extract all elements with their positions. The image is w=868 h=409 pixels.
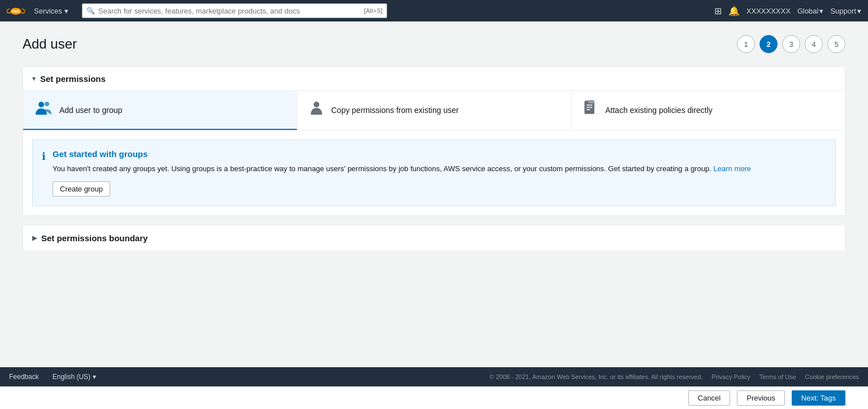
copyright-text: © 2008 - 2021, Amazon Web Services, Inc.… xyxy=(489,373,702,380)
language-arrow-icon: ▾ xyxy=(93,373,96,381)
method-copy-permissions-label: Copy permissions from existing user xyxy=(331,106,459,115)
page-title: Add user xyxy=(23,36,77,52)
method-copy-permissions[interactable]: Copy permissions from existing user xyxy=(297,91,571,130)
info-icon: ℹ xyxy=(42,150,46,197)
search-shortcut: [Alt+S] xyxy=(364,7,383,14)
console-home-icon[interactable]: ⊞ xyxy=(714,6,722,16)
feedback-link[interactable]: Feedback xyxy=(9,373,39,381)
set-permissions-title: Set permissions xyxy=(40,74,106,84)
method-add-to-group-label: Add user to group xyxy=(59,106,122,115)
nav-right: ⊞ 🔔 XXXXXXXXX Global ▾ Support ▾ xyxy=(714,6,861,16)
feedback-bar: Feedback English (US) ▾ © 2008 - 2021, A… xyxy=(0,367,868,386)
chevron-right-icon: ▶ xyxy=(32,234,37,242)
svg-point-2 xyxy=(45,102,49,106)
step-5: 5 xyxy=(827,35,845,53)
copyright-section: © 2008 - 2021, Amazon Web Services, Inc.… xyxy=(489,373,859,380)
top-navigation: aws Services ▾ 🔍 [Alt+S] ⊞ 🔔 XXXXXXXXX G… xyxy=(0,0,868,21)
groups-panel-content: Get started with groups You haven't crea… xyxy=(53,149,751,197)
language-label: English (US) xyxy=(53,373,90,381)
terms-of-use-link[interactable]: Terms of Use xyxy=(760,373,796,380)
create-group-button[interactable]: Create group xyxy=(53,181,110,197)
groups-panel-text: You haven't created any groups yet. Usin… xyxy=(53,163,751,175)
step-indicators: 1 2 3 4 5 xyxy=(737,35,845,53)
region-menu[interactable]: Global ▾ xyxy=(797,7,824,15)
permissions-boundary-section[interactable]: ▶ Set permissions boundary xyxy=(23,225,845,251)
services-arrow-icon: ▾ xyxy=(64,7,68,15)
support-label: Support xyxy=(830,7,856,15)
privacy-policy-link[interactable]: Privacy Policy xyxy=(711,373,750,380)
svg-text:aws: aws xyxy=(12,9,19,13)
language-selector[interactable]: English (US) ▾ xyxy=(53,373,96,381)
set-permissions-panel: ▾ Set permissions Add user to group xyxy=(23,67,845,216)
method-attach-policies-label: Attach existing policies directly xyxy=(605,106,713,115)
services-label: Services xyxy=(34,7,62,15)
support-menu[interactable]: Support ▾ xyxy=(830,7,861,15)
step-4: 4 xyxy=(805,35,823,53)
region-arrow-icon: ▾ xyxy=(819,7,823,15)
person-icon xyxy=(309,100,324,120)
region-label: Global xyxy=(797,7,819,15)
search-icon: 🔍 xyxy=(86,7,95,15)
learn-more-link[interactable]: Learn more xyxy=(714,164,751,173)
search-input[interactable] xyxy=(82,3,387,18)
groups-info-panel: ℹ Get started with groups You haven't cr… xyxy=(32,140,836,206)
support-arrow-icon: ▾ xyxy=(857,7,861,15)
permission-methods: Add user to group Copy permissions from … xyxy=(23,91,845,130)
document-icon xyxy=(583,100,598,120)
svg-rect-9 xyxy=(588,100,594,103)
permissions-boundary-title: Set permissions boundary xyxy=(41,233,147,243)
aws-logo[interactable]: aws xyxy=(7,5,25,16)
page-header: Add user 1 2 3 4 5 xyxy=(23,35,845,53)
services-menu[interactable]: Services ▾ xyxy=(34,7,68,15)
notifications-icon[interactable]: 🔔 xyxy=(728,6,740,16)
groups-panel-description: You haven't created any groups yet. Usin… xyxy=(53,164,714,173)
method-add-to-group[interactable]: Add user to group xyxy=(23,91,297,130)
method-attach-policies[interactable]: Attach existing policies directly xyxy=(571,91,845,130)
step-2: 2 xyxy=(760,35,778,53)
step-1: 1 xyxy=(737,35,755,53)
username-menu[interactable]: XXXXXXXXX xyxy=(747,7,791,15)
step-3: 3 xyxy=(782,35,800,53)
set-permissions-header[interactable]: ▾ Set permissions xyxy=(23,67,845,91)
group-icon xyxy=(34,100,53,120)
main-content: Add user 1 2 3 4 5 ▾ Set permissions xyxy=(0,21,868,386)
svg-point-3 xyxy=(314,102,319,107)
collapse-icon: ▾ xyxy=(32,75,36,82)
groups-panel-title: Get started with groups xyxy=(53,149,751,159)
global-search: 🔍 [Alt+S] xyxy=(82,3,387,18)
svg-point-1 xyxy=(38,102,44,107)
cookie-preferences-link[interactable]: Cookie preferences xyxy=(805,373,859,380)
